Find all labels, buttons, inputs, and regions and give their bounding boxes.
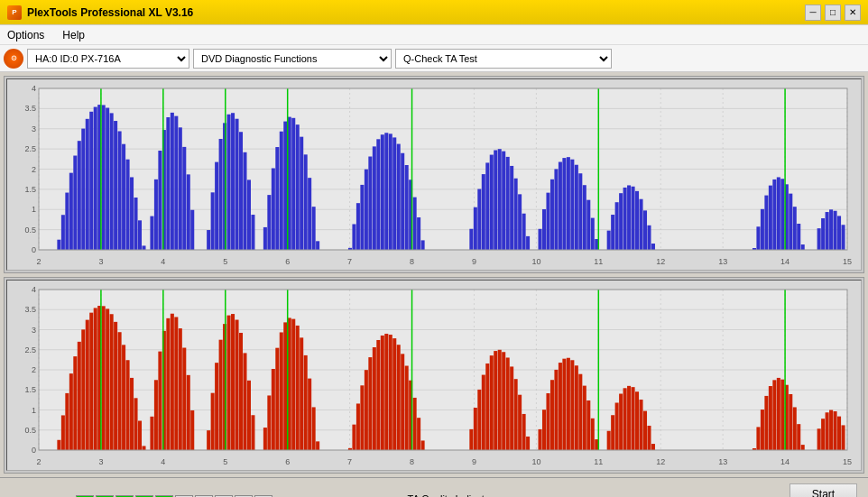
ta-quality-label: TA Quality Indicator: — [408, 493, 496, 498]
window-controls[interactable]: ─ □ ✕ — [805, 5, 861, 21]
bottom-panel: Jitter: 3 Peak Shift: 2 TA Quality Indic… — [0, 477, 868, 497]
bottom-chart-inner — [6, 280, 862, 471]
bottom-chart-canvas — [7, 281, 861, 470]
function-select[interactable]: DVD Diagnostic Functions — [193, 49, 392, 69]
title-bar: P PlexTools Professional XL V3.16 ─ □ ✕ — [0, 0, 868, 25]
title-bar-left: P PlexTools Professional XL V3.16 — [7, 5, 193, 20]
close-button[interactable]: ✕ — [845, 5, 861, 21]
app-icon: P — [7, 5, 22, 20]
bottom-chart-container — [4, 277, 864, 474]
device-select[interactable]: HA:0 ID:0 PX-716A — [27, 49, 189, 69]
window-title: PlexTools Professional XL V3.16 — [27, 6, 193, 19]
menu-bar: Options Help — [0, 25, 868, 45]
main-content — [0, 72, 868, 477]
top-chart-container — [4, 76, 864, 273]
top-chart-canvas — [7, 79, 861, 270]
toolbar: ⊙ HA:0 ID:0 PX-716A DVD Diagnostic Funct… — [0, 45, 868, 72]
menu-options[interactable]: Options — [4, 27, 48, 43]
start-button-area: Start i — [790, 483, 861, 498]
ta-quality-section: TA Quality Indicator: Not Good — [390, 493, 790, 498]
minimize-button[interactable]: ─ — [805, 5, 821, 21]
test-select[interactable]: Q-Check TA Test — [395, 49, 612, 69]
device-icon: ⊙ — [4, 49, 23, 69]
menu-help[interactable]: Help — [59, 27, 88, 43]
start-button[interactable]: Start — [790, 483, 857, 498]
maximize-button[interactable]: □ — [825, 5, 841, 21]
top-chart-inner — [6, 78, 862, 271]
